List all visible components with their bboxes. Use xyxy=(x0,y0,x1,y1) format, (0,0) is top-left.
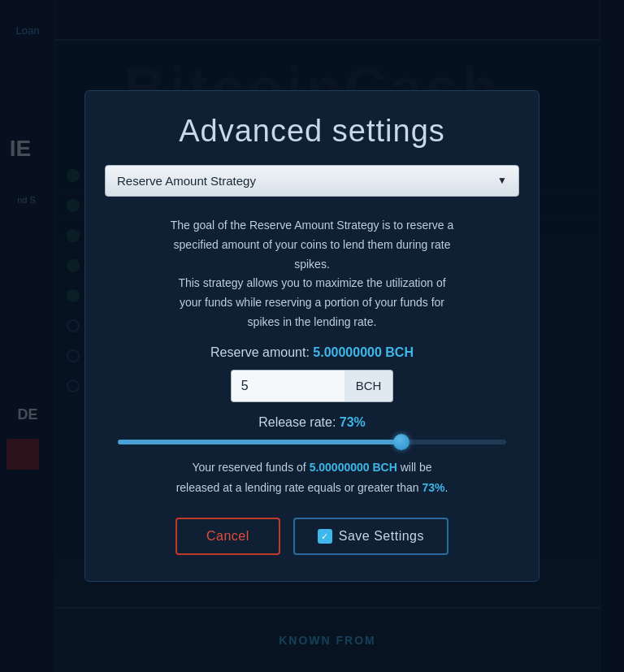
release-rate-value: 73% xyxy=(340,415,366,429)
advanced-settings-modal: Advanced settings Reserve Amount Strateg… xyxy=(84,90,540,582)
save-settings-button[interactable]: ✓ Save Settings xyxy=(293,518,448,555)
summary-suffix: will be xyxy=(397,461,432,474)
strategy-description: The goal of the Reserve Amount Strategy … xyxy=(85,210,539,345)
summary-text: Your reserved funds of 5.00000000 BCH wi… xyxy=(85,457,539,518)
chevron-down-icon: ▼ xyxy=(497,175,507,186)
summary-rate: 73% xyxy=(422,481,444,494)
cancel-button[interactable]: Cancel xyxy=(176,518,280,555)
modal-button-row: Cancel ✓ Save Settings xyxy=(85,518,539,555)
dropdown-container: Reserve Amount Strategy ▼ xyxy=(105,165,519,197)
amount-input-row: BCH xyxy=(85,370,539,402)
desc-line6: spikes in the lending rate. xyxy=(248,315,377,328)
reserve-amount-label: Reserve amount: 5.00000000 BCH xyxy=(85,345,539,360)
slider-track xyxy=(118,440,506,444)
summary-line2-text: released at a lending rate equals or gre… xyxy=(176,481,422,494)
release-prefix: Release rate: xyxy=(258,415,340,429)
slider-fill xyxy=(118,440,401,444)
desc-line3: spikes. xyxy=(294,258,330,271)
release-rate-slider-container xyxy=(85,440,539,444)
save-button-label: Save Settings xyxy=(339,529,424,544)
desc-line4: This strategy allows you to maximize the… xyxy=(178,276,445,289)
desc-line1: The goal of the Reserve Amount Strategy … xyxy=(171,219,454,232)
desc-line2: specified amount of your coins to lend t… xyxy=(174,238,451,251)
amount-input-field[interactable] xyxy=(231,370,344,402)
currency-label: BCH xyxy=(344,370,394,402)
summary-amount: 5.00000000 BCH xyxy=(310,461,397,474)
modal-title: Advanced settings xyxy=(85,91,539,165)
release-rate-label: Release rate: 73% xyxy=(85,415,539,430)
dropdown-label: Reserve Amount Strategy xyxy=(117,174,256,188)
desc-line5: your funds while reserving a portion of … xyxy=(180,296,444,309)
reserve-amount-value: 5.00000000 BCH xyxy=(313,345,414,359)
modal-overlay: Advanced settings Reserve Amount Strateg… xyxy=(0,0,624,672)
slider-thumb[interactable] xyxy=(393,434,410,450)
reserve-prefix: Reserve amount: xyxy=(210,345,313,359)
strategy-dropdown[interactable]: Reserve Amount Strategy ▼ xyxy=(105,165,519,197)
summary-prefix: Your reserved funds of xyxy=(192,461,309,474)
save-check-icon: ✓ xyxy=(318,529,332,544)
summary-period: . xyxy=(444,481,448,494)
